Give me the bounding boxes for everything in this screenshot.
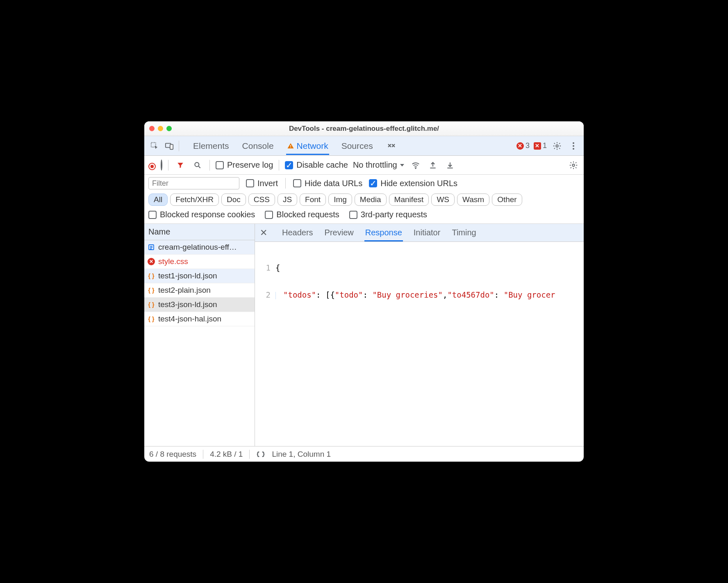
svg-point-7 bbox=[573, 145, 574, 147]
detail-tabs: ✕ Headers Preview Response Initiator Tim… bbox=[255, 224, 584, 242]
close-detail-icon[interactable]: ✕ bbox=[257, 228, 271, 238]
filter-input[interactable] bbox=[148, 177, 239, 189]
chip-fetch-xhr[interactable]: Fetch/XHR bbox=[170, 194, 219, 206]
divider bbox=[209, 160, 210, 171]
status-requests: 6 / 8 requests bbox=[149, 450, 196, 459]
settings-gear-icon[interactable] bbox=[551, 140, 563, 152]
svg-point-11 bbox=[572, 164, 575, 166]
preserve-log-checkbox[interactable]: Preserve log bbox=[216, 160, 273, 170]
request-name: test4-json-hal.json bbox=[158, 314, 221, 323]
disable-cache-label: Disable cache bbox=[296, 160, 348, 170]
issue-count-badge[interactable]: ✕ 1 bbox=[534, 141, 547, 150]
minimize-window-button[interactable] bbox=[158, 126, 163, 131]
invert-checkbox[interactable]: Invert bbox=[246, 179, 278, 188]
tab-network[interactable]: Network bbox=[286, 137, 329, 155]
chip-ws[interactable]: WS bbox=[431, 194, 455, 206]
chip-img[interactable]: Img bbox=[328, 194, 352, 206]
code-token: , bbox=[443, 290, 447, 299]
inspect-element-icon[interactable] bbox=[148, 140, 161, 152]
request-row[interactable]: { }test3-json-ld.json bbox=[144, 298, 255, 312]
svg-point-9 bbox=[195, 162, 199, 166]
divider bbox=[285, 178, 286, 189]
chip-doc[interactable]: Doc bbox=[221, 194, 246, 206]
header-right-controls: ✕ 3 ✕ 1 bbox=[516, 140, 580, 152]
document-icon bbox=[148, 244, 155, 251]
request-row[interactable]: cream-gelatinous-eff… bbox=[144, 240, 255, 255]
request-row[interactable]: { }test1-json-ld.json bbox=[144, 269, 255, 283]
code-token: "todo" bbox=[335, 290, 363, 299]
network-conditions-icon[interactable] bbox=[410, 159, 422, 171]
type-filter-chips: All Fetch/XHR Doc CSS JS Font Img Media … bbox=[144, 192, 584, 208]
search-icon[interactable] bbox=[191, 159, 204, 171]
content-split: Name cream-gelatinous-eff…✕style.css{ }t… bbox=[144, 224, 584, 446]
request-row[interactable]: ✕style.css bbox=[144, 255, 255, 269]
tab-elements[interactable]: Elements bbox=[192, 137, 230, 155]
detail-tab-timing[interactable]: Timing bbox=[451, 224, 477, 241]
warning-icon bbox=[287, 142, 294, 150]
svg-point-6 bbox=[573, 142, 574, 144]
blocked-cookies-checkbox[interactable]: Blocked response cookies bbox=[148, 210, 255, 219]
json-icon: { } bbox=[148, 287, 155, 294]
svg-rect-2 bbox=[170, 144, 173, 149]
maximize-window-button[interactable] bbox=[166, 126, 172, 131]
svg-point-8 bbox=[573, 148, 574, 150]
chip-js[interactable]: JS bbox=[278, 194, 297, 206]
request-list: cream-gelatinous-eff…✕style.css{ }test1-… bbox=[144, 240, 255, 446]
blocked-requests-checkbox[interactable]: Blocked requests bbox=[265, 210, 339, 219]
network-settings-gear-icon[interactable] bbox=[567, 159, 580, 171]
detail-tab-initiator[interactable]: Initiator bbox=[413, 224, 441, 241]
hide-data-urls-checkbox[interactable]: Hide data URLs bbox=[293, 179, 362, 188]
third-party-checkbox[interactable]: 3rd-party requests bbox=[349, 210, 427, 219]
tab-network-label: Network bbox=[297, 141, 328, 151]
chip-other[interactable]: Other bbox=[492, 194, 522, 206]
chip-css[interactable]: CSS bbox=[248, 194, 275, 206]
extra-filters-row: Blocked response cookies Blocked request… bbox=[144, 208, 584, 224]
disable-cache-checkbox[interactable]: ✓Disable cache bbox=[285, 160, 348, 170]
chip-media[interactable]: Media bbox=[355, 194, 387, 206]
record-button[interactable] bbox=[148, 160, 156, 170]
divider bbox=[279, 160, 279, 171]
tab-sources[interactable]: Sources bbox=[341, 137, 374, 155]
request-row[interactable]: { }test4-json-hal.json bbox=[144, 312, 255, 326]
request-row[interactable]: { }test2-plain.json bbox=[144, 283, 255, 298]
detail-pane: ✕ Headers Preview Response Initiator Tim… bbox=[255, 224, 584, 446]
device-toggle-icon[interactable] bbox=[163, 140, 175, 152]
detail-tab-headers[interactable]: Headers bbox=[281, 224, 314, 241]
svg-point-5 bbox=[556, 145, 558, 147]
divider bbox=[203, 450, 203, 459]
chip-wasm[interactable]: Wasm bbox=[457, 194, 489, 206]
error-count-badge[interactable]: ✕ 3 bbox=[516, 141, 530, 150]
more-tabs-icon[interactable] bbox=[385, 140, 398, 152]
invert-label: Invert bbox=[257, 179, 278, 188]
divider bbox=[249, 450, 250, 459]
kebab-menu-icon[interactable] bbox=[567, 140, 580, 152]
hide-extension-urls-checkbox[interactable]: ✓Hide extension URLs bbox=[369, 179, 457, 188]
upload-har-icon[interactable] bbox=[427, 159, 439, 171]
code-token: "todos" bbox=[283, 290, 316, 299]
window-title: DevTools - cream-gelatinous-effect.glitc… bbox=[144, 125, 584, 133]
blocked-requests-label: Blocked requests bbox=[276, 210, 339, 219]
request-name: test1-json-ld.json bbox=[158, 271, 217, 280]
svg-point-10 bbox=[415, 168, 416, 169]
chip-all[interactable]: All bbox=[148, 194, 168, 206]
clear-button[interactable] bbox=[161, 160, 162, 170]
hide-extension-urls-label: Hide extension URLs bbox=[380, 179, 457, 188]
detail-tab-preview[interactable]: Preview bbox=[324, 224, 355, 241]
detail-tab-response[interactable]: Response bbox=[364, 224, 403, 241]
chip-manifest[interactable]: Manifest bbox=[389, 194, 429, 206]
line-number: 1 bbox=[255, 263, 275, 272]
format-icon[interactable] bbox=[256, 451, 265, 458]
download-har-icon[interactable] bbox=[444, 159, 456, 171]
request-name: cream-gelatinous-eff… bbox=[158, 243, 237, 252]
filter-row: Invert Hide data URLs ✓Hide extension UR… bbox=[144, 175, 584, 192]
response-code-view[interactable]: 1 { 2 "todos": [{"todo": "Buy groceries"… bbox=[255, 242, 584, 446]
svg-rect-4 bbox=[290, 147, 291, 148]
filter-toggle-icon[interactable] bbox=[174, 159, 187, 171]
chip-font[interactable]: Font bbox=[300, 194, 326, 206]
name-column-header[interactable]: Name bbox=[144, 224, 255, 240]
divider bbox=[168, 160, 168, 171]
tab-console[interactable]: Console bbox=[241, 137, 275, 155]
close-window-button[interactable] bbox=[149, 126, 155, 131]
code-token: "Buy grocer bbox=[504, 290, 555, 299]
throttling-select[interactable]: No throttling bbox=[353, 160, 405, 170]
